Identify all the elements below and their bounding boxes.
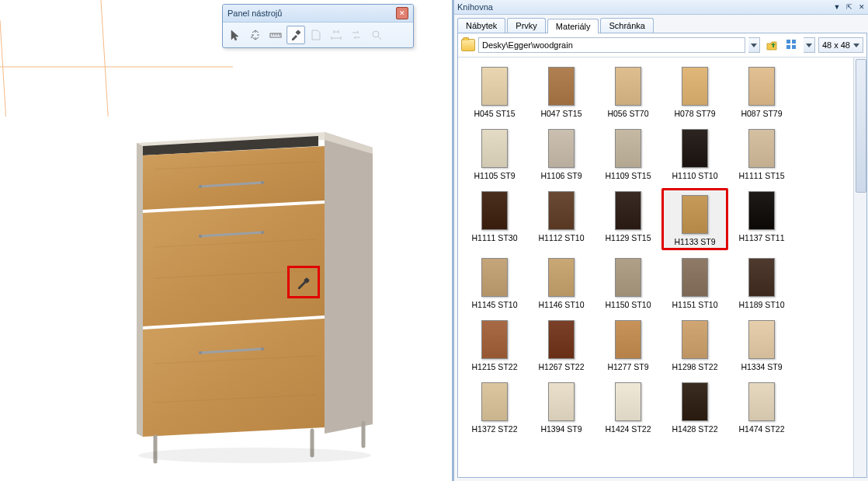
swatch-H1145-ST10[interactable]: H1145 ST10 (461, 258, 528, 309)
page-tool-button (307, 26, 325, 44)
eyedropper-icon (296, 274, 311, 290)
ruler-tool-button[interactable] (266, 26, 285, 44)
close-icon[interactable]: ✕ (396, 7, 408, 19)
swatch-label: H1110 ST10 (672, 171, 718, 180)
view-mode-button[interactable] (783, 37, 800, 54)
vertical-scrollbar[interactable] (853, 58, 866, 477)
swatch-label: H1267 ST22 (539, 362, 585, 371)
swatch-label: H1150 ST10 (606, 300, 651, 309)
swatch-H1428-ST22[interactable]: H1428 ST22 (661, 382, 728, 434)
swatch-H1109-ST15[interactable]: H1109 ST15 (595, 129, 661, 180)
chevron-down-icon (853, 44, 859, 47)
swatch-H1424-ST22[interactable]: H1424 ST22 (595, 382, 661, 434)
svg-marker-12 (143, 146, 325, 210)
swatch-thumbnail (748, 191, 775, 230)
swatch-grid[interactable]: H045 ST15H047 ST15H056 ST70H078 ST79H087… (458, 58, 853, 477)
swatch-H1129-ST15[interactable]: H1129 ST15 (595, 191, 661, 247)
swatch-H056-ST70[interactable]: H056 ST70 (595, 67, 661, 118)
svg-marker-11 (137, 143, 143, 437)
cabinet-model[interactable] (123, 123, 387, 465)
swatch-thumbnail (748, 382, 775, 421)
view-mode-dropdown[interactable] (804, 37, 815, 53)
path-dropdown[interactable] (748, 37, 760, 53)
swatch-thumbnail (682, 258, 708, 297)
swatch-thumbnail (748, 258, 775, 297)
swatch-thumbnail (615, 191, 641, 230)
tab-schranka[interactable]: Schránka (600, 18, 653, 33)
swatch-H1146-ST10[interactable]: H1146 ST10 (528, 258, 595, 309)
swatch-H1215-ST22[interactable]: H1215 ST22 (461, 320, 528, 371)
swatch-H1106-ST9[interactable]: H1106 ST9 (528, 129, 595, 180)
svg-line-3 (0, 20, 28, 117)
swatch-label: H1215 ST22 (472, 362, 518, 371)
pin-icon[interactable]: ⇱ (844, 2, 855, 12)
swatch-label: H1424 ST22 (606, 424, 651, 434)
swatch-label: H1394 ST9 (540, 424, 582, 434)
swatch-H1394-ST9[interactable]: H1394 ST9 (528, 382, 595, 434)
swatch-H047-ST15[interactable]: H047 ST15 (528, 67, 595, 118)
swatch-label: H1334 ST9 (741, 362, 782, 371)
measure-tool-button[interactable] (246, 26, 265, 44)
tool-panel-title: Panel nástrojů (227, 9, 282, 18)
tab-materialy[interactable]: Materiály (547, 19, 599, 33)
library-titlebar[interactable]: Knihovna ▼ ⇱ ✕ (454, 0, 868, 15)
tool-panel-titlebar[interactable]: Panel nástrojů ✕ (223, 5, 413, 23)
swatch-H1372-ST22[interactable]: H1372 ST22 (461, 382, 528, 434)
swatch-label: H1277 ST9 (607, 362, 648, 371)
swatch-thumbnail (748, 67, 775, 106)
swatch-thumbnail (682, 67, 708, 106)
tab-nabytek[interactable]: Nábytek (457, 18, 505, 33)
eyedropper-tool-button[interactable] (286, 26, 305, 44)
swatch-H1111-ST30[interactable]: H1111 ST30 (461, 191, 528, 247)
swatch-thumbnail (748, 320, 775, 359)
swatch-thumbnail (682, 195, 708, 234)
thumb-size-selector[interactable]: 48 x 48 (818, 37, 863, 53)
tool-panel[interactable]: Panel nástrojů ✕ (222, 4, 414, 48)
swatch-H1474-ST22[interactable]: H1474 ST22 (728, 382, 795, 434)
swatch-thumbnail (548, 258, 575, 297)
swatch-H078-ST79[interactable]: H078 ST79 (661, 67, 728, 118)
swatch-thumbnail (615, 67, 641, 106)
swatch-H1189-ST10[interactable]: H1189 ST10 (728, 258, 795, 309)
swatch-H087-ST79[interactable]: H087 ST79 (728, 67, 795, 118)
swatch-H1111-ST15[interactable]: H1111 ST15 (728, 129, 795, 180)
path-input[interactable]: Desky\Egger\woodgrain (478, 37, 745, 53)
viewport-3d[interactable] (0, 0, 452, 481)
dropdown-icon[interactable]: ▼ (832, 2, 842, 12)
swatch-thumbnail (548, 191, 575, 230)
scrollbar-thumb[interactable] (856, 59, 866, 193)
swatch-label: H1151 ST10 (672, 300, 718, 309)
swatch-H1298-ST22[interactable]: H1298 ST22 (661, 320, 728, 371)
up-folder-button[interactable] (763, 37, 780, 54)
swatch-H1110-ST10[interactable]: H1110 ST10 (661, 129, 728, 180)
swatch-thumbnail (615, 258, 641, 297)
swatch-H1267-ST22[interactable]: H1267 ST22 (528, 320, 595, 371)
swatch-H1277-ST9[interactable]: H1277 ST9 (595, 320, 661, 371)
library-tabs: NábytekPrvkyMateriálySchránka (454, 15, 868, 33)
svg-point-26 (261, 231, 264, 234)
swatch-H1105-ST9[interactable]: H1105 ST9 (461, 129, 528, 180)
swatch-label: H1372 ST22 (472, 424, 518, 434)
swatch-H1137-ST11[interactable]: H1137 ST11 (728, 191, 795, 247)
svg-rect-35 (295, 30, 300, 35)
swatch-label: H1105 ST9 (474, 171, 515, 180)
swatch-label: H1146 ST10 (539, 300, 585, 309)
swatch-thumbnail (481, 382, 508, 421)
swatch-label: H1111 ST15 (739, 171, 785, 180)
swatch-H1151-ST10[interactable]: H1151 ST10 (661, 258, 728, 309)
swatch-H1112-ST10[interactable]: H1112 ST10 (528, 191, 595, 247)
swatch-H1133-ST9[interactable]: H1133 ST9 (661, 188, 728, 250)
swatch-H1150-ST10[interactable]: H1150 ST10 (595, 258, 661, 309)
cursor-tool-button[interactable] (226, 26, 245, 44)
zoom-tool-button (367, 26, 386, 44)
swatch-label: H1112 ST10 (539, 233, 585, 242)
close-icon[interactable]: ✕ (856, 2, 867, 12)
swatch-thumbnail (615, 129, 641, 168)
svg-point-32 (138, 448, 371, 463)
svg-point-27 (199, 351, 202, 354)
tab-prvky[interactable]: Prvky (507, 18, 546, 33)
swatch-H1334-ST9[interactable]: H1334 ST9 (728, 320, 795, 371)
swatch-H045-ST15[interactable]: H045 ST15 (461, 67, 528, 118)
svg-line-4 (101, 0, 130, 117)
swatch-label: H078 ST79 (674, 109, 715, 118)
